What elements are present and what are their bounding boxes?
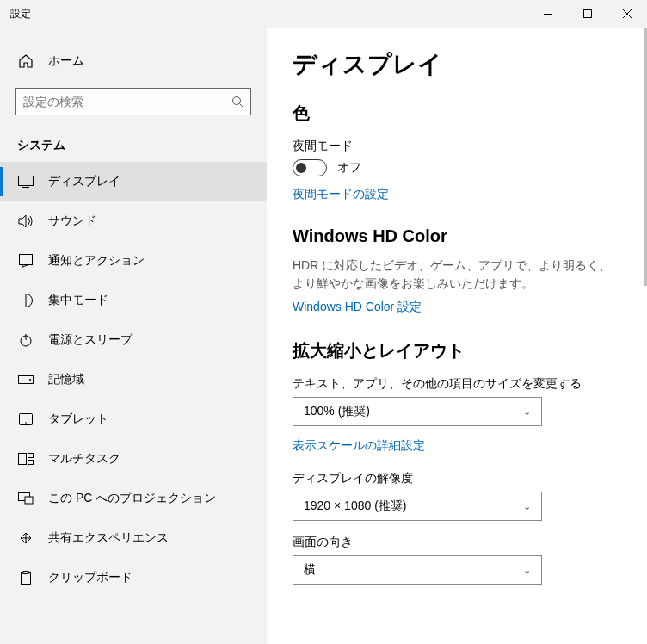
window-title: 設定 — [10, 7, 528, 22]
maximize-icon — [583, 9, 592, 18]
sidebar-item-display[interactable]: ディスプレイ — [0, 162, 267, 201]
search-input[interactable] — [23, 95, 231, 108]
night-mode-toggle[interactable] — [293, 159, 327, 176]
sidebar-item-label: 集中モード — [48, 293, 108, 308]
sidebar-item-label: クリップボード — [48, 570, 132, 585]
sidebar-item-label: 通知とアクション — [48, 253, 145, 269]
scale-advanced-link[interactable]: 表示スケールの詳細設定 — [293, 438, 621, 454]
chevron-down-icon: ⌄ — [523, 501, 531, 512]
sidebar-item-clipboard[interactable]: クリップボード — [0, 558, 267, 598]
sidebar-item-label: この PC へのプロジェクション — [48, 491, 216, 506]
close-button[interactable] — [607, 0, 647, 28]
sidebar-item-tablet[interactable]: タブレット — [0, 399, 267, 439]
night-mode-label: 夜間モード — [293, 139, 621, 154]
orientation-label: 画面の向き — [293, 535, 621, 550]
chevron-down-icon: ⌄ — [523, 406, 531, 418]
titlebar: 設定 — [0, 0, 647, 28]
multitask-icon — [17, 453, 34, 465]
close-icon — [623, 9, 632, 18]
search-icon — [231, 96, 243, 108]
svg-rect-16 — [23, 572, 28, 574]
maximize-button[interactable] — [568, 0, 607, 28]
sidebar-item-projection[interactable]: この PC へのプロジェクション — [0, 479, 267, 518]
minimize-button[interactable] — [528, 0, 568, 28]
sidebar-item-label: ディスプレイ — [48, 174, 120, 189]
hdcolor-heading: Windows HD Color — [293, 226, 621, 246]
storage-icon — [17, 375, 34, 384]
sidebar-item-label: 記憶域 — [48, 372, 84, 387]
sidebar-item-label: 電源とスリープ — [48, 332, 132, 348]
orientation-select[interactable]: 横 ⌄ — [293, 555, 542, 585]
svg-rect-11 — [28, 454, 34, 458]
svg-point-9 — [25, 422, 27, 424]
scale-value: 100% (推奨) — [304, 404, 370, 419]
search-box[interactable] — [15, 88, 251, 115]
clipboard-icon — [17, 571, 34, 585]
orientation-value: 横 — [304, 562, 316, 578]
svg-point-2 — [233, 97, 241, 105]
home-label: ホーム — [48, 53, 84, 69]
sidebar-item-shared[interactable]: 共有エクスペリエンス — [0, 518, 267, 558]
display-icon — [17, 176, 34, 188]
sidebar-item-label: タブレット — [48, 412, 108, 427]
resolution-value: 1920 × 1080 (推奨) — [304, 498, 406, 514]
sidebar-item-multitask[interactable]: マルチタスク — [0, 439, 267, 479]
color-heading: 色 — [293, 102, 621, 125]
hdcolor-desc: HDR に対応したビデオ、ゲーム、アプリで、より明るく、より鮮やかな画像をお楽し… — [293, 257, 621, 293]
scale-select[interactable]: 100% (推奨) ⌄ — [293, 397, 542, 426]
chevron-down-icon: ⌄ — [523, 565, 531, 576]
sidebar: ホーム システム ディスプレイ サウンド 通知とアクション 集中モード 電源 — [0, 28, 267, 644]
svg-rect-3 — [19, 176, 34, 186]
scale-heading: 拡大縮小とレイアウト — [293, 339, 621, 362]
svg-point-7 — [29, 379, 31, 381]
home-link[interactable]: ホーム — [0, 45, 267, 81]
sidebar-item-power[interactable]: 電源とスリープ — [0, 320, 267, 360]
svg-rect-0 — [544, 14, 552, 15]
svg-rect-10 — [19, 454, 27, 465]
notifications-icon — [17, 254, 34, 268]
power-icon — [17, 333, 34, 347]
night-mode-settings-link[interactable]: 夜間モードの設定 — [293, 187, 621, 202]
svg-rect-14 — [25, 497, 33, 504]
shared-icon — [17, 531, 34, 545]
tablet-icon — [17, 413, 34, 425]
page-title: ディスプレイ — [293, 48, 621, 81]
sidebar-item-label: マルチタスク — [48, 451, 120, 467]
scale-label: テキスト、アプリ、その他の項目のサイズを変更する — [293, 376, 621, 392]
minimize-icon — [544, 14, 552, 15]
night-mode-state: オフ — [337, 160, 361, 176]
projection-icon — [17, 492, 34, 505]
home-icon — [17, 53, 34, 69]
sound-icon — [17, 214, 34, 228]
resolution-label: ディスプレイの解像度 — [293, 471, 621, 486]
resolution-select[interactable]: 1920 × 1080 (推奨) ⌄ — [293, 492, 542, 521]
sidebar-item-label: サウンド — [48, 214, 96, 229]
svg-rect-12 — [28, 461, 34, 465]
window-controls — [528, 0, 647, 28]
focus-icon — [17, 294, 34, 307]
sidebar-item-focus[interactable]: 集中モード — [0, 281, 267, 320]
sidebar-item-label: 共有エクスペリエンス — [48, 530, 169, 546]
svg-rect-4 — [20, 255, 33, 265]
svg-rect-1 — [584, 10, 592, 18]
sidebar-item-sound[interactable]: サウンド — [0, 201, 267, 241]
sidebar-item-notifications[interactable]: 通知とアクション — [0, 241, 267, 281]
hdcolor-link[interactable]: Windows HD Color 設定 — [293, 300, 621, 315]
main-panel: ディスプレイ 色 夜間モード オフ 夜間モードの設定 Windows HD Co… — [267, 28, 647, 644]
category-label: システム — [0, 131, 267, 162]
sidebar-item-storage[interactable]: 記憶域 — [0, 360, 267, 399]
